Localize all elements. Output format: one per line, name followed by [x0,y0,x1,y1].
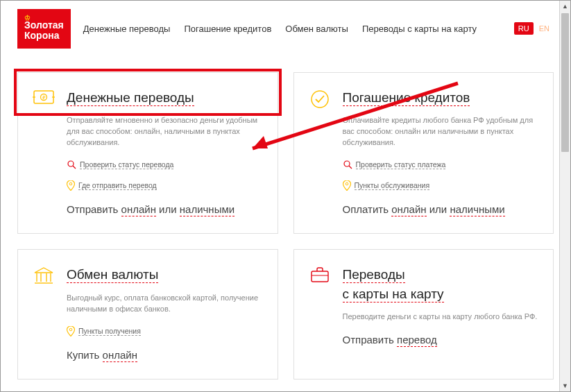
location-icon [67,180,75,191]
logo[interactable]: ♔ Золотая Корона [17,9,71,49]
card-title-line1[interactable]: Переводы [343,267,405,283]
nav-currency-exchange[interactable]: Обмен валюты [285,24,348,34]
card-card-to-card: Переводы с карты на карту Переводите ден… [293,249,554,379]
card-description: Отправляйте мгновенно и безопасно деньги… [67,115,264,148]
money-transfer-icon: ₽ [32,88,56,215]
search-icon [343,160,352,169]
bank-icon [32,265,56,360]
card-title[interactable]: Денежные переводы [67,90,194,106]
action-send-card-transfer[interactable]: Отправить перевод [343,334,540,346]
svg-point-7 [69,182,72,185]
briefcase-icon [308,265,332,346]
logo-line2: Корона [24,31,64,41]
svg-line-6 [73,166,76,169]
card-title-line2[interactable]: с карты на карту [343,287,444,302]
lang-ru-button[interactable]: RU [514,22,534,35]
logo-line1: Золотая [24,20,64,31]
svg-line-10 [349,166,352,169]
scroll-thumb[interactable] [561,13,569,152]
svg-rect-18 [312,271,328,282]
action-pay-credit[interactable]: Оплатить онлайн или наличными [343,203,540,215]
header: ♔ Золотая Корона Денежные переводы Погаш… [17,9,554,49]
link-check-transfer-status[interactable]: Проверить статус перевода [67,160,173,169]
action-buy-currency[interactable]: Купить онлайн [67,349,264,361]
location-icon [67,326,75,336]
main-nav: Денежные переводы Погашение кредитов Обм… [83,24,502,34]
card-currency-exchange: Обмен валюты Выгодный курс, оплата банко… [17,249,278,379]
card-loan-repayment: Погашение кредитов Оплачивайте кредиты л… [293,72,554,234]
link-check-payment-status[interactable]: Проверить статус платежа [343,160,446,169]
services-grid: ₽ Денежные переводы Отправляйте мгновенн… [17,72,554,380]
nav-money-transfers[interactable]: Денежные переводы [83,24,171,34]
svg-point-8 [312,91,328,108]
action-send-transfer[interactable]: Отправить онлайн или наличными [67,203,264,215]
checkmark-icon [308,88,332,215]
lang-en-button[interactable]: EN [535,22,554,35]
svg-point-9 [344,161,350,167]
svg-point-11 [346,182,348,185]
scrollbar[interactable]: ▲ ▼ [559,1,570,391]
nav-card-to-card[interactable]: Переводы с карты на карту [362,24,477,34]
svg-text:₽: ₽ [42,95,46,100]
card-title[interactable]: Погашение кредитов [343,90,470,106]
language-switcher: RU EN [514,22,554,35]
link-service-points[interactable]: Пункты обслуживания [343,180,430,191]
link-where-to-send[interactable]: Где отправить перевод [67,180,157,191]
scroll-up-button[interactable]: ▲ [560,1,570,12]
card-description: Оплачивайте кредиты любого банка РФ удоб… [343,115,540,148]
nav-loan-repayment[interactable]: Погашение кредитов [184,24,271,34]
svg-point-17 [69,328,72,331]
card-description: Выгодный курс, оплата банковской картой,… [67,293,264,315]
link-pickup-points[interactable]: Пункты получения [67,326,141,336]
scroll-down-button[interactable]: ▼ [560,380,570,391]
svg-point-5 [68,161,74,167]
card-description: Переводите деньги с карты на карту любог… [343,312,540,323]
location-icon [343,180,351,191]
search-icon [67,160,76,169]
card-title[interactable]: Обмен валюты [67,267,158,283]
card-money-transfers: ₽ Денежные переводы Отправляйте мгновенн… [17,72,278,234]
